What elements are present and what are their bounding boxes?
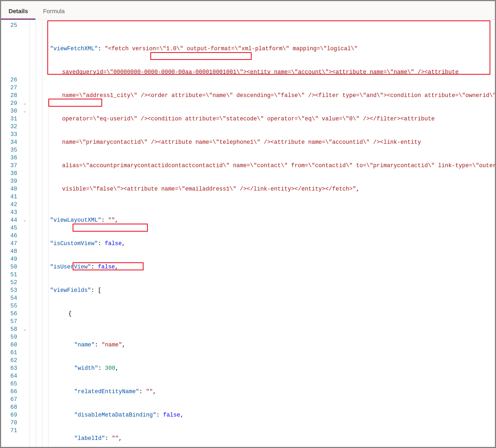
code-line: "viewFields": [ xyxy=(50,286,495,294)
code-line: alias=\"accountprimarycontactidcontactco… xyxy=(50,162,495,170)
code-area[interactable]: "viewFetchXML": "<fetch version=\"1.0\" … xyxy=(50,20,495,447)
code-line: name=\"primarycontactid\" /><attribute n… xyxy=(50,138,495,146)
annotation-box-attribute-telephone xyxy=(150,52,252,60)
code-line: "isCustomView": false, xyxy=(50,240,495,248)
code-line: { xyxy=(50,310,495,318)
tab-details[interactable]: Details xyxy=(1,3,35,20)
line-number-gutter: 25 2627282930313233343536373839404142434… xyxy=(1,20,21,447)
fold-icon: ⌄ xyxy=(21,107,28,115)
code-line: "name": "name", xyxy=(50,341,495,349)
fold-icon: ⌄ xyxy=(21,216,28,224)
code-line: "width": 300, xyxy=(50,364,495,372)
fold-gutter[interactable]: ⌄ ⌄ ⌄ ⌄ xyxy=(21,20,28,447)
code-line: "relatedEntityName": "", xyxy=(50,388,495,396)
annotation-box-name-telephone1 xyxy=(73,224,148,232)
fold-icon: ⌄ xyxy=(21,325,28,333)
code-editor[interactable]: 25 2627282930313233343536373839404142434… xyxy=(1,20,495,447)
fold-icon: ⌄ xyxy=(21,99,28,107)
code-line: "labelId": "", xyxy=(50,435,495,442)
code-line: operator=\"eq-userid\" /><condition attr… xyxy=(50,115,495,123)
tab-bar: Details Formula xyxy=(1,1,495,20)
code-line: "disableMetaDataBinding": false, xyxy=(50,411,495,419)
code-line: "isUserView": false, xyxy=(50,263,495,271)
tab-formula[interactable]: Formula xyxy=(35,3,72,20)
code-line: visible=\"false\"><attribute name=\"emai… xyxy=(50,185,495,193)
code-line: "viewLayoutXML": "", xyxy=(50,216,495,224)
code-line: savedqueryid=\"00000000-0000-0000-00aa-0… xyxy=(50,68,495,76)
indent-guides xyxy=(28,20,50,447)
code-line: "viewFetchXML": "<fetch version=\"1.0\" … xyxy=(50,45,495,53)
code-line: name=\"address1_city\" /><order attribut… xyxy=(50,92,495,99)
annotation-box-viewfields xyxy=(48,99,102,107)
